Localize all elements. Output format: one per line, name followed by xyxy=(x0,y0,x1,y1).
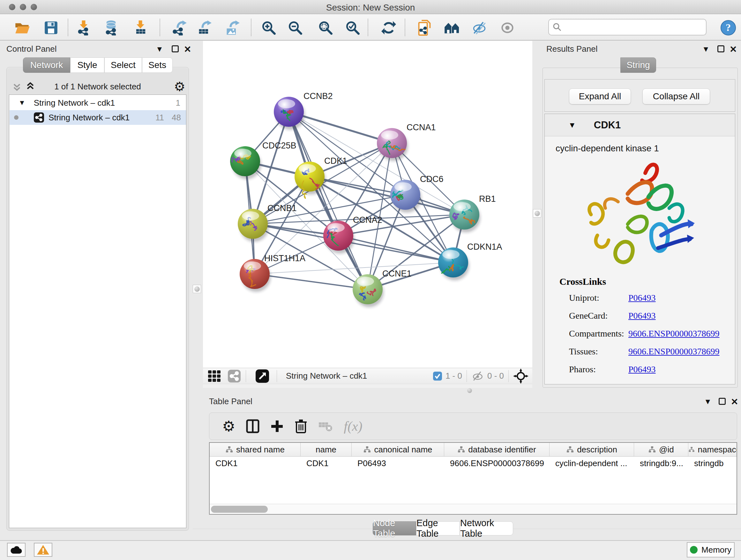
table-cell[interactable]: stringdb:9... xyxy=(634,456,688,470)
import-network-from-database-icon[interactable] xyxy=(102,19,120,37)
table-cell[interactable]: P06493 xyxy=(352,456,444,470)
crosslink-link[interactable]: P06493 xyxy=(628,311,656,320)
open-session-icon[interactable] xyxy=(13,19,31,37)
export-image-icon[interactable] xyxy=(223,19,241,37)
control-panel-float-button[interactable] xyxy=(172,45,179,54)
table-cell[interactable]: CDK1 xyxy=(300,456,352,470)
crosslink-label: Compartments: xyxy=(569,328,628,339)
birdseye-view-icon[interactable] xyxy=(513,368,529,384)
network-share-view-icon[interactable] xyxy=(227,369,241,383)
refresh-view-icon[interactable] xyxy=(380,19,398,37)
show-all-eye-icon[interactable] xyxy=(498,19,516,37)
table-panel-float-button[interactable] xyxy=(719,398,726,406)
results-entry-header[interactable]: ▼ CDK1 xyxy=(545,114,735,136)
hide-selected-eye-slash-icon[interactable] xyxy=(470,19,488,37)
save-session-icon[interactable] xyxy=(42,19,60,37)
svg-text:?: ? xyxy=(726,22,731,33)
search-input[interactable] xyxy=(562,22,706,32)
control-panel-menu-button[interactable]: ▼ xyxy=(156,45,163,54)
table-panel-menu-button[interactable]: ▼ xyxy=(704,397,712,406)
detach-view-icon[interactable] xyxy=(255,369,270,383)
cloud-status-button[interactable] xyxy=(7,543,25,557)
crosslink-link[interactable]: P06493 xyxy=(628,364,656,374)
crosslink-label: Uniprot: xyxy=(569,293,628,303)
control-panel-close-button[interactable]: ✕ xyxy=(184,44,191,55)
network-tree: ▼ String Network – cdk1 1 String Network… xyxy=(9,95,186,528)
show-columns-icon[interactable] xyxy=(246,419,259,433)
network-label: String Network – cdk1 xyxy=(49,113,130,123)
export-network-icon[interactable] xyxy=(171,19,188,37)
results-panel-menu-button[interactable]: ▼ xyxy=(702,45,710,54)
zoom-fit-icon[interactable] xyxy=(317,19,334,37)
share-document-icon[interactable] xyxy=(415,19,433,37)
network-collection-row[interactable]: ▼ String Network – cdk1 1 xyxy=(10,96,186,110)
hidden-eye-slash-icon xyxy=(471,371,484,381)
grid-view-icon[interactable] xyxy=(207,369,221,383)
tab-edge-table[interactable]: Edge Table xyxy=(416,521,460,536)
warning-status-button[interactable] xyxy=(34,543,52,557)
tab-network[interactable]: Network xyxy=(23,57,70,73)
entry-expander-icon[interactable]: ▼ xyxy=(568,121,576,130)
crosslink-link[interactable]: 9606.ENSP00000378699 xyxy=(628,347,719,356)
scrollbar-thumb[interactable] xyxy=(211,506,268,513)
expand-all-button[interactable]: Expand All xyxy=(569,88,631,105)
column-header-databaseidentifier[interactable]: database identifier xyxy=(444,443,549,456)
search-field[interactable] xyxy=(548,19,706,36)
app-status-bar: Memory xyxy=(0,540,741,560)
selected-checkbox-icon[interactable] xyxy=(433,371,442,381)
column-header-id[interactable]: @id xyxy=(634,443,688,456)
import-network-from-file-icon[interactable] xyxy=(75,19,92,37)
column-header-sharedname[interactable]: shared name xyxy=(210,443,300,456)
results-panel-close-button[interactable]: ✕ xyxy=(730,44,737,55)
table-panel-close-button[interactable]: ✕ xyxy=(731,396,738,407)
tab-string[interactable]: String xyxy=(620,57,656,73)
network-canvas[interactable]: CCNB2CCNA1CDC25BCDK1CDC6RB1CCNB1CCNA2CDK… xyxy=(203,41,532,368)
crosslink-link[interactable]: P06493 xyxy=(628,293,656,303)
network-edge[interactable] xyxy=(255,274,367,289)
zoom-selected-icon[interactable] xyxy=(344,19,361,37)
network-graph[interactable]: CCNB2CCNA1CDC25BCDK1CDC6RB1CCNB1CCNA2CDK… xyxy=(203,41,532,368)
column-type-icon xyxy=(648,446,656,453)
zoom-in-icon[interactable] xyxy=(260,19,278,37)
warning-icon xyxy=(37,544,50,555)
help-icon[interactable]: ? xyxy=(719,19,737,37)
results-panel-float-button[interactable] xyxy=(718,45,724,54)
collection-expander-icon[interactable]: ▼ xyxy=(18,99,25,107)
tab-network-table[interactable]: Network Table xyxy=(460,521,513,536)
column-header-description[interactable]: description xyxy=(549,443,634,456)
table-cell[interactable]: cyclin-dependent ... xyxy=(549,456,634,470)
zoom-out-icon[interactable] xyxy=(286,19,304,37)
tab-style[interactable]: Style xyxy=(70,57,105,73)
toolbar-separator xyxy=(159,19,160,36)
node-label-ccna2: CCNA2 xyxy=(353,215,382,225)
results-actions: Expand All Collapse All xyxy=(544,79,735,112)
crosslink-link[interactable]: 9606.ENSP00000378699 xyxy=(628,328,719,338)
node-table[interactable]: shared namenamecanonical namedatabase id… xyxy=(209,442,737,515)
tab-select[interactable]: Select xyxy=(105,57,142,73)
create-column-icon[interactable] xyxy=(270,420,284,433)
delete-column-icon[interactable] xyxy=(294,419,307,434)
import-table-from-file-icon[interactable] xyxy=(131,19,149,37)
tab-node-table[interactable]: Node Table xyxy=(373,521,416,536)
network-options-gear-icon[interactable]: ⚙ xyxy=(174,79,185,94)
column-header-canonicalname[interactable]: canonical name xyxy=(352,443,444,456)
column-header-namespace[interactable]: namespace xyxy=(688,443,737,456)
table-settings-gear-icon[interactable]: ⚙ xyxy=(222,418,235,435)
export-table-icon[interactable] xyxy=(195,19,213,37)
right-splitter-handle[interactable] xyxy=(533,209,541,217)
left-splitter-handle[interactable] xyxy=(193,285,201,293)
collapse-all-button[interactable]: Collapse All xyxy=(643,88,710,105)
table-cell[interactable]: 9606.ENSP00000378699 xyxy=(444,456,549,470)
column-header-name[interactable]: name xyxy=(300,443,352,456)
home-icon[interactable] xyxy=(443,19,461,37)
table-cell[interactable]: stringdb xyxy=(688,456,737,470)
control-panel-title: Control Panel xyxy=(6,44,57,54)
table-cell[interactable]: CDK1 xyxy=(210,456,300,470)
network-edge[interactable] xyxy=(338,236,453,262)
tab-sets[interactable]: Sets xyxy=(142,57,173,73)
bottom-splitter-handle[interactable] xyxy=(467,388,472,393)
network-row-selected[interactable]: String Network – cdk1 11 48 xyxy=(10,110,186,125)
memory-button[interactable]: Memory xyxy=(687,542,735,557)
table-row[interactable]: CDK1CDK1P064939606.ENSP00000378699cyclin… xyxy=(210,456,737,470)
table-horizontal-scrollbar[interactable] xyxy=(210,504,737,514)
